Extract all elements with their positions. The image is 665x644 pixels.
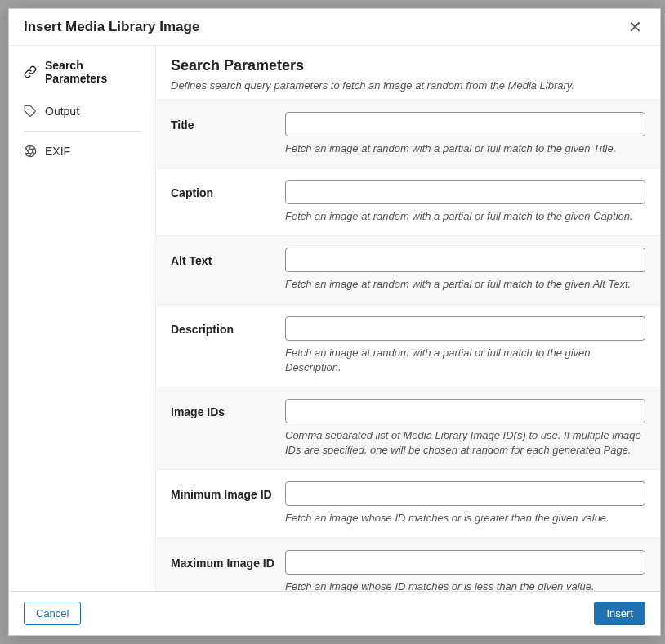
panel-description: Defines search query parameters to fetch… bbox=[171, 79, 645, 92]
field-control: Fetch an image whose ID matches or is gr… bbox=[285, 481, 645, 525]
sidebar-item-label: EXIF bbox=[45, 145, 70, 158]
field-row-caption: Caption Fetch an image at random with a … bbox=[156, 168, 660, 235]
sidebar-separator bbox=[24, 131, 141, 132]
field-control: Fetch an image at random with a partial … bbox=[285, 180, 645, 224]
description-input[interactable] bbox=[285, 316, 645, 341]
tag-icon bbox=[24, 105, 37, 118]
panel-title: Search Parameters bbox=[171, 57, 645, 74]
field-help: Fetch an image whose ID matches or is gr… bbox=[285, 511, 645, 525]
caption-input[interactable] bbox=[285, 180, 645, 204]
field-help: Fetch an image whose ID matches or is le… bbox=[285, 579, 645, 592]
insert-media-modal: Insert Media Library Image ✕ Search Para… bbox=[8, 8, 661, 636]
field-control: Fetch an image at random with a partial … bbox=[285, 316, 645, 375]
insert-button[interactable]: Insert bbox=[594, 602, 645, 625]
field-label: Title bbox=[171, 112, 285, 156]
sidebar-item-label: Output bbox=[45, 105, 79, 118]
aperture-icon bbox=[24, 145, 37, 158]
field-row-max-image-id: Maximum Image ID Fetch an image whose ID… bbox=[156, 538, 660, 592]
field-control: Fetch an image at random with a partial … bbox=[285, 248, 645, 292]
modal-header: Insert Media Library Image ✕ bbox=[9, 9, 660, 46]
sidebar-item-label: Search Parameters bbox=[45, 59, 141, 85]
cancel-button[interactable]: Cancel bbox=[24, 602, 81, 625]
field-label: Minimum Image ID bbox=[171, 481, 285, 525]
field-label: Alt Text bbox=[171, 248, 285, 292]
title-input[interactable] bbox=[285, 112, 645, 136]
field-control: Comma separated list of Media Library Im… bbox=[285, 399, 645, 458]
main-header: Search Parameters Defines search query p… bbox=[156, 46, 660, 100]
sidebar-item-exif[interactable]: EXIF bbox=[9, 135, 155, 168]
modal-body: Search Parameters Output EXIF Search Par… bbox=[9, 46, 660, 591]
field-control: Fetch an image at random with a partial … bbox=[285, 112, 645, 156]
alt-text-input[interactable] bbox=[285, 248, 645, 272]
main-panel: Search Parameters Defines search query p… bbox=[156, 46, 660, 591]
sidebar-item-output[interactable]: Output bbox=[9, 95, 155, 127]
field-label: Description bbox=[171, 316, 285, 375]
link-icon bbox=[24, 65, 37, 78]
field-help: Fetch an image at random with a partial … bbox=[285, 346, 645, 375]
sidebar-item-search-parameters[interactable]: Search Parameters bbox=[9, 49, 155, 95]
field-control: Fetch an image whose ID matches or is le… bbox=[285, 550, 645, 592]
field-label: Maximum Image ID bbox=[171, 550, 285, 592]
field-help: Fetch an image at random with a partial … bbox=[285, 141, 645, 156]
field-row-title: Title Fetch an image at random with a pa… bbox=[156, 100, 660, 168]
image-ids-input[interactable] bbox=[285, 399, 645, 423]
close-button[interactable]: ✕ bbox=[625, 19, 645, 35]
field-label: Image IDs bbox=[171, 399, 285, 458]
modal-title: Insert Media Library Image bbox=[24, 19, 199, 35]
max-image-id-input[interactable] bbox=[285, 550, 645, 575]
field-help: Fetch an image at random with a partial … bbox=[285, 277, 645, 292]
field-row-alt-text: Alt Text Fetch an image at random with a… bbox=[156, 235, 660, 303]
sidebar: Search Parameters Output EXIF bbox=[9, 46, 156, 591]
field-help: Fetch an image at random with a partial … bbox=[285, 209, 645, 224]
field-row-min-image-id: Minimum Image ID Fetch an image whose ID… bbox=[156, 469, 660, 537]
min-image-id-input[interactable] bbox=[285, 481, 645, 506]
modal-footer: Cancel Insert bbox=[9, 591, 660, 635]
field-row-description: Description Fetch an image at random wit… bbox=[156, 304, 660, 387]
field-row-image-ids: Image IDs Comma separated list of Media … bbox=[156, 387, 660, 469]
field-label: Caption bbox=[171, 180, 285, 224]
field-help: Comma separated list of Media Library Im… bbox=[285, 428, 645, 458]
close-icon: ✕ bbox=[628, 18, 642, 36]
